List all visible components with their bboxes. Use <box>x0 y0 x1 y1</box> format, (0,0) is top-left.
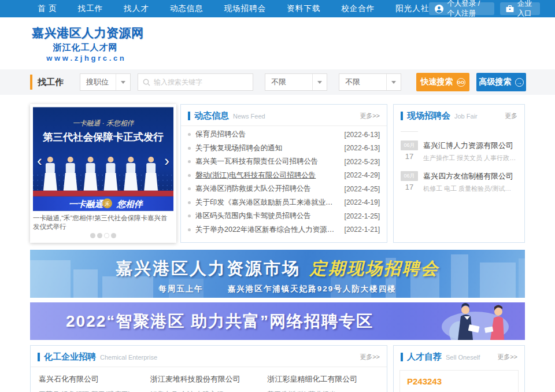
carousel-dot[interactable] <box>90 233 95 238</box>
job-fair-month: 06月 <box>401 140 418 150</box>
chemical-subtitle: Chemical Enterprise <box>100 354 157 361</box>
banner1-time: 每周五上午 <box>158 284 204 293</box>
job-category-select[interactable]: 搜职位 <box>80 73 131 91</box>
news-link[interactable]: 嘉兴港区消防救援大队公开招聘公告 <box>195 184 340 194</box>
nav-item-news[interactable]: 动态信息 <box>170 3 204 14</box>
news-more-link[interactable]: 更多>> <box>360 112 380 120</box>
enterprise-entry-label: 企业入口 <box>517 0 534 19</box>
news-item: 关于恢复现场招聘会的通知[2022-6-13] <box>188 142 380 156</box>
site-title: 嘉兴港区人力资源网 <box>32 25 139 41</box>
talent-header: 人才自荐 Sell Oneself 更多>> <box>394 346 524 367</box>
nav-item-find-job[interactable]: 找工作 <box>78 3 103 14</box>
banner1-address: 嘉兴港区乍浦镇天妃路929号人防大楼四楼 <box>228 284 397 293</box>
banner1-title: 嘉兴港区人力资源市场定期现场招聘会 <box>30 257 525 280</box>
chevron-down-icon <box>116 74 130 90</box>
nav-item-sunshine-hr[interactable]: 阳光人社 <box>395 3 429 14</box>
company-jobs: 销售专员 会计 土建主管 <box>150 390 261 392</box>
filter-select-1[interactable]: 不限 <box>265 73 327 91</box>
personal-login-button[interactable]: 个人登录 / 个人注册 <box>429 2 494 15</box>
advanced-search-label: 高级搜索 <box>479 77 512 87</box>
chemical-more-link[interactable]: 更多>> <box>360 353 380 361</box>
news-item: 保育员招聘公告[2022-6-13] <box>188 128 380 142</box>
news-feed-header: 动态信息 News Feed 更多>> <box>181 105 387 126</box>
job-fair-company[interactable]: 嘉兴汇博人力资源有限公司 <box>423 140 517 151</box>
online-recruitment-banner[interactable]: 2022“智聚港区 助力共富”网络招聘专区 <box>30 302 525 340</box>
carousel-next-arrow[interactable]: › <box>164 153 169 168</box>
job-fair-day: 17 <box>401 152 418 161</box>
news-link[interactable]: 保育员招聘公告 <box>195 130 340 139</box>
advanced-search-button[interactable]: 高级搜索 → <box>476 73 526 91</box>
company-entry[interactable]: 浙江麦堆科技股份有限公司 销售专员 会计 土建主管 <box>150 374 261 392</box>
bullet-icon <box>188 215 191 217</box>
bullet-icon <box>188 160 191 163</box>
company-entry[interactable]: 嘉兴石化有限公司 工艺员 设备管理 警卫(残疾工) <box>39 374 145 392</box>
candidate-card[interactable]: P243243 男 | 嘉兴市-嘉兴港区 | 八年以上 <box>399 370 519 392</box>
banner2-title: 2022“智聚港区 助力共富”网络招聘专区 <box>66 310 373 332</box>
job-fair-month: 06月 <box>401 171 418 181</box>
candidate-id[interactable]: P243243 <box>407 376 511 386</box>
news-link[interactable]: 嘉兴美一瓦科技有限责任公司招聘公告 <box>195 157 340 167</box>
person-icon <box>435 5 443 13</box>
news-date: [2022-1-21] <box>345 225 380 234</box>
carousel-slide-image[interactable]: 一卡融通 · 禾您相伴 第三代社会保障卡正式发行 一卡融通 禾 您相伴 <box>33 107 173 211</box>
carousel-dot-active[interactable] <box>104 233 109 238</box>
top-navigation: 首 页 找工作 找人才 动态信息 现场招聘会 资料下载 校企合作 阳光人社 个人… <box>0 0 555 17</box>
quick-search-label: 快速搜索 <box>421 77 453 87</box>
company-jobs: 工艺员 设备管理 警卫(残疾工) <box>39 390 145 392</box>
ribbon-seal: 禾 <box>105 201 110 207</box>
carousel-caption[interactable]: 一卡融通,“禾”您相伴!第三代社会保障卡嘉兴首发仪式举行 <box>33 214 173 231</box>
carousel-dot[interactable] <box>111 233 116 238</box>
enterprise-entry-button[interactable]: 企业入口 <box>500 2 540 15</box>
bullet-icon <box>188 228 191 231</box>
nav-item-job-fair[interactable]: 现场招聘会 <box>224 3 267 14</box>
search-input[interactable] <box>154 78 248 86</box>
nav-items: 首 页 找工作 找人才 动态信息 现场招聘会 资料下载 校企合作 阳光人社 <box>38 3 429 14</box>
nav-item-home[interactable]: 首 页 <box>38 3 57 14</box>
carousel-dot[interactable] <box>97 233 102 238</box>
job-fair-item[interactable]: 06月 17 嘉兴四方友信制桶有限公司 机修工 电工 质量检验员/测试员 叉车.… <box>401 171 517 193</box>
job-fair-company[interactable]: 嘉兴四方友信制桶有限公司 <box>423 171 517 182</box>
banner1-title-yellow: 定期现场招聘会 <box>310 259 439 278</box>
filter-select-2[interactable]: 不限 <box>339 73 401 91</box>
news-date: [2022-4-29] <box>345 171 380 179</box>
company-name[interactable]: 嘉兴石化有限公司 <box>39 374 145 384</box>
site-logo: 嘉兴港区人力资源网 浙江化工人才网 w w w . z j h g r c . … <box>32 25 139 62</box>
job-fair-date-badge: 06月 17 <box>401 171 418 193</box>
site-subtitle: 浙江化工人才网 <box>32 42 139 53</box>
talent-more-link[interactable]: 更多>> <box>497 353 517 361</box>
bullet-icon <box>188 187 191 190</box>
news-item: 嘉兴港区消防救援大队公开招聘公告[2022-4-25] <box>188 182 380 196</box>
quick-search-button[interactable]: 快速搜索 GO <box>416 73 469 91</box>
nav-item-school-cooperation[interactable]: 校企合作 <box>341 3 375 14</box>
news-date: [2022-4-19] <box>345 198 380 206</box>
ribbon-text-right: 您相伴 <box>116 199 144 209</box>
job-fair-more-link[interactable]: 更多 <box>505 112 517 120</box>
carousel-prev-arrow[interactable]: ‹ <box>37 153 42 168</box>
arrow-right-icon: → <box>515 78 524 87</box>
job-fair-market-banner[interactable]: 嘉兴港区人力资源市场定期现场招聘会 每周五上午嘉兴港区乍浦镇天妃路929号人防大… <box>30 250 525 298</box>
news-link[interactable]: 关于恢复现场招聘会的通知 <box>195 143 340 153</box>
news-link[interactable]: 港区码头范围内集卡驾驶员招聘公告 <box>195 211 340 221</box>
job-fair-item[interactable]: 06月 17 嘉兴汇博人力资源有限公司 生产操作工 报关文员 人事行政助理... <box>401 140 517 162</box>
news-date: [2022-6-13] <box>345 144 380 152</box>
news-item: 嘉兴美一瓦科技有限责任公司招聘公告[2022-5-23] <box>188 155 380 169</box>
news-link[interactable]: 磐动(浙江)电气科技有限公司招聘公告 <box>195 171 340 180</box>
people-illustration <box>434 302 520 340</box>
news-item: 关于印发《嘉兴港区鼓励新员工来港就业补助操作...[2022-4-19] <box>188 196 380 210</box>
divider <box>401 131 418 132</box>
nav-item-find-talent[interactable]: 找人才 <box>124 3 149 14</box>
news-link[interactable]: 关于举办2022年港区新春综合性人力资源暨春风... <box>195 225 340 235</box>
news-link[interactable]: 关于印发《嘉兴港区鼓励新员工来港就业补助操作... <box>195 198 340 208</box>
company-entry[interactable]: 浙江彩皇精细化工有限公司 普工(制造科) 营业担当 <box>267 374 373 392</box>
header-accent-bar <box>401 112 403 120</box>
ribbon-text-left: 一卡融通 <box>69 199 105 209</box>
nav-item-downloads[interactable]: 资料下载 <box>287 3 320 14</box>
company-name[interactable]: 浙江麦堆科技股份有限公司 <box>150 374 261 384</box>
news-item: 关于举办2022年港区新春综合性人力资源暨春风...[2022-1-21] <box>188 223 380 237</box>
banner1-title-white: 嘉兴港区人力资源市场 <box>116 259 301 278</box>
briefcase-icon <box>506 5 514 13</box>
news-list: 保育员招聘公告[2022-6-13] 关于恢复现场招聘会的通知[2022-6-1… <box>181 128 387 236</box>
talent-panel: 人才自荐 Sell Oneself 更多>> P243243 男 | 嘉兴市-嘉… <box>393 345 525 392</box>
company-name[interactable]: 浙江彩皇精细化工有限公司 <box>267 374 373 384</box>
chemical-enterprise-panel: 化工企业招聘 Chemical Enterprise 更多>> 嘉兴石化有限公司… <box>30 345 387 392</box>
